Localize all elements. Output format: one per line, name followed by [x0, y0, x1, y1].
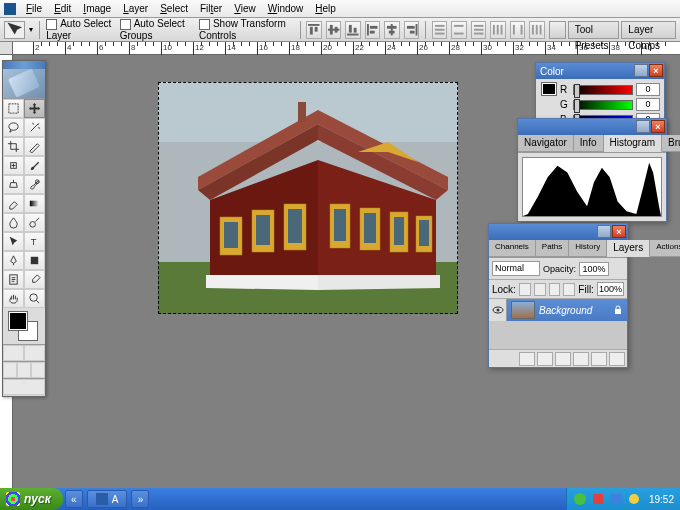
visibility-toggle-icon[interactable] [489, 299, 507, 321]
standard-mode[interactable] [3, 345, 24, 361]
slice-tool[interactable] [24, 137, 45, 156]
lock-transparency-icon[interactable] [519, 283, 531, 296]
fill-value[interactable]: 100% [597, 282, 624, 296]
r-slider[interactable] [573, 85, 633, 95]
g-slider[interactable] [573, 100, 633, 110]
menu-image[interactable]: Image [77, 1, 117, 16]
show-transform-option[interactable]: Show Transform Controls [199, 18, 294, 41]
clone-stamp-tool[interactable] [3, 175, 24, 194]
layers-panel-titlebar[interactable]: × [489, 224, 627, 240]
zoom-tool[interactable] [24, 289, 45, 308]
menu-select[interactable]: Select [154, 1, 194, 16]
distribute-left-icon[interactable] [490, 21, 505, 39]
tab-actions[interactable]: Actions [650, 240, 680, 257]
align-bottom-icon[interactable] [345, 21, 360, 39]
opacity-value[interactable]: 100% [579, 262, 609, 276]
align-left-icon[interactable] [365, 21, 380, 39]
tab-brushes[interactable]: Brushes [662, 135, 680, 152]
distribute-hcenter-icon[interactable] [510, 21, 525, 39]
type-tool[interactable]: T [24, 232, 45, 251]
marquee-tool[interactable] [3, 99, 24, 118]
quicklaunch-toggle[interactable]: « [65, 490, 83, 508]
clock[interactable]: 19:52 [649, 494, 674, 505]
tab-info[interactable]: Info [574, 135, 604, 152]
g-value[interactable]: 0 [636, 98, 660, 111]
notes-tool[interactable] [3, 270, 24, 289]
magic-wand-tool[interactable] [24, 118, 45, 137]
lasso-tool[interactable] [3, 118, 24, 137]
menu-help[interactable]: Help [309, 1, 342, 16]
minimize-icon[interactable] [636, 120, 650, 133]
layer-mask-icon[interactable] [555, 352, 571, 366]
crop-tool[interactable] [3, 137, 24, 156]
menu-window[interactable]: Window [262, 1, 310, 16]
distribute-bottom-icon[interactable] [471, 21, 486, 39]
minimize-icon[interactable] [634, 64, 648, 77]
new-layer-icon[interactable] [591, 352, 607, 366]
menu-file[interactable]: FFileile [20, 1, 48, 16]
brush-tool[interactable] [24, 156, 45, 175]
align-vcenter-icon[interactable] [326, 21, 341, 39]
tray-icon-2[interactable] [591, 492, 605, 506]
align-top-icon[interactable] [306, 21, 321, 39]
ruler-origin[interactable] [0, 42, 13, 55]
distribute-vcenter-icon[interactable] [451, 21, 466, 39]
layer-name[interactable]: Background [539, 305, 592, 316]
palette-toggle[interactable] [549, 21, 566, 39]
blur-tool[interactable] [3, 213, 24, 232]
path-selection-tool[interactable] [3, 232, 24, 251]
move-tool[interactable] [24, 99, 45, 118]
pen-tool[interactable] [3, 251, 24, 270]
screen-standard[interactable] [3, 362, 17, 378]
menu-edit[interactable]: Edit [48, 1, 77, 16]
screen-full[interactable] [31, 362, 45, 378]
tab-history[interactable]: History [569, 240, 607, 257]
well-layer-comps[interactable]: Layer Comps [621, 21, 676, 39]
histogram-panel-titlebar[interactable]: × [518, 119, 666, 135]
layer-thumbnail[interactable] [511, 301, 535, 319]
gradient-tool[interactable] [24, 194, 45, 213]
dodge-tool[interactable] [24, 213, 45, 232]
menu-filter[interactable]: Filter [194, 1, 228, 16]
document-window[interactable] [158, 82, 458, 314]
toolbox-drag-handle[interactable] [3, 61, 45, 69]
quickmask-mode[interactable] [24, 345, 45, 361]
tab-histogram[interactable]: Histogram [604, 135, 663, 152]
tool-preset-picker[interactable] [4, 21, 25, 39]
tray-icon-1[interactable] [573, 492, 587, 506]
distribute-right-icon[interactable] [529, 21, 544, 39]
eraser-tool[interactable] [3, 194, 24, 213]
eyedropper-tool[interactable] [24, 270, 45, 289]
tray-icon-4[interactable] [627, 492, 641, 506]
close-icon[interactable]: × [612, 225, 626, 238]
distribute-top-icon[interactable] [432, 21, 447, 39]
link-layers-icon[interactable] [519, 352, 535, 366]
new-group-icon[interactable] [573, 352, 589, 366]
auto-select-groups-option[interactable]: Auto Select Groups [120, 18, 195, 41]
shape-tool[interactable] [24, 251, 45, 270]
history-brush-tool[interactable] [24, 175, 45, 194]
screen-full-menubar[interactable] [17, 362, 31, 378]
task-overflow[interactable]: » [131, 490, 149, 508]
r-value[interactable]: 0 [636, 83, 660, 96]
tab-layers[interactable]: Layers [607, 240, 650, 257]
start-button[interactable]: пуск [0, 488, 63, 510]
well-tool-presets[interactable]: Tool Presets [568, 21, 620, 39]
close-icon[interactable]: × [649, 64, 663, 77]
auto-select-layer-option[interactable]: Auto Select Layer [46, 18, 115, 41]
menu-layer[interactable]: Layer [117, 1, 154, 16]
blend-mode-select[interactable]: Normal [492, 261, 540, 276]
lock-pixels-icon[interactable] [534, 283, 546, 296]
menu-view[interactable]: View [228, 1, 262, 16]
hand-tool[interactable] [3, 289, 24, 308]
layer-row[interactable]: Background [489, 299, 627, 321]
tab-paths[interactable]: Paths [536, 240, 569, 257]
color-panel-titlebar[interactable]: Color × [536, 63, 664, 79]
color-fg-swatch[interactable] [542, 83, 556, 95]
align-right-icon[interactable] [404, 21, 419, 39]
align-hcenter-icon[interactable] [384, 21, 399, 39]
lock-position-icon[interactable] [549, 283, 561, 296]
layer-style-icon[interactable] [537, 352, 553, 366]
delete-layer-icon[interactable] [609, 352, 625, 366]
healing-brush-tool[interactable] [3, 156, 24, 175]
